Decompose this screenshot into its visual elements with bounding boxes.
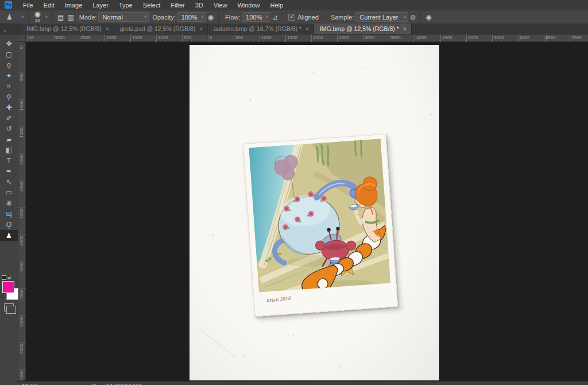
hand-tool[interactable]: ɰ [0, 209, 18, 219]
menu-edit[interactable]: Edit [38, 0, 60, 10]
mode-dropdown[interactable]: Normal˅ [98, 12, 149, 22]
move-tool[interactable]: ✥ [0, 38, 18, 49]
ruler-tick [18, 342, 26, 342]
tab-close-icon[interactable]: × [199, 26, 203, 32]
ruler-label: 5500 [494, 35, 504, 40]
vertical-ruler[interactable]: 0500100015002000250030003500400045005000… [18, 42, 26, 380]
aligned-checkbox-wrap[interactable]: ✓ Aligned [288, 14, 319, 21]
ruler-tick [18, 234, 26, 234]
status-bar: 12,5% Doc: 34,5M/34,5M › [17, 381, 588, 385]
menu-type[interactable]: Type [114, 0, 138, 10]
opacity-dropdown[interactable]: 100%˅ [177, 12, 206, 22]
aligned-checkbox[interactable]: ✓ [288, 14, 295, 21]
foreground-color-swatch[interactable] [2, 281, 14, 293]
lasso-tool[interactable]: ϙ [0, 60, 18, 70]
horizontal-ruler[interactable]: 0030002500200015001000500050010001500200… [26, 34, 588, 42]
pen-tool[interactable]: ✒ [0, 166, 18, 176]
menu-help[interactable]: Help [265, 0, 289, 10]
document-tab-1[interactable]: greta.psd @ 12,5% (RGB/8)× [114, 24, 208, 34]
ruler-label: 2000 [19, 155, 24, 165]
path-selection-tool[interactable]: ↖ [0, 177, 18, 187]
ruler-corner[interactable] [18, 34, 26, 42]
clone-stamp-icon: ♟ [5, 13, 14, 21]
watercolor-painting[interactable]: Kristi 2018 [243, 134, 398, 317]
ruler-label: 5000 [19, 317, 24, 327]
ruler-label: 2500 [80, 35, 91, 40]
ruler-tick [440, 34, 441, 42]
marquee-tool[interactable]: ▢ [0, 49, 18, 60]
flow-dropdown[interactable]: 100%˅ [242, 12, 270, 22]
healing-brush-tool[interactable]: ✚ [0, 102, 18, 113]
ruler-tick [156, 34, 157, 42]
ruler-label: 1000 [19, 101, 24, 111]
pressure-size-icon[interactable]: ◉ [424, 13, 433, 21]
sample-dropdown[interactable]: Current Layer˅ [355, 12, 408, 22]
screen-mode-icon[interactable] [4, 303, 14, 311]
menu-view[interactable]: View [208, 0, 233, 10]
menu-3d[interactable]: 3D [190, 0, 208, 10]
ignore-adjustment-layers-icon[interactable]: ⊘ [408, 13, 417, 21]
gradient-tool[interactable]: ◧ [0, 145, 18, 155]
history-brush-tool[interactable]: ↺ [0, 124, 18, 134]
quick-selection-tool[interactable]: ✦ [0, 71, 18, 81]
tab-close-icon[interactable]: × [403, 26, 407, 32]
eraser-tool[interactable]: ▰ [0, 134, 18, 145]
menu-filter[interactable]: Filter [165, 0, 189, 10]
clone-stamp-tool[interactable]: ♟ [0, 230, 18, 241]
brush-preview-icon [34, 11, 41, 18]
status-menu-arrow[interactable]: › [171, 383, 173, 385]
dust-speck [244, 355, 245, 356]
ruler-label: 5000 [468, 35, 478, 40]
ruler-label: 1000 [158, 35, 168, 40]
brush-preset-picker[interactable]: 86 [32, 11, 43, 22]
menu-file[interactable]: File [18, 0, 38, 10]
document-page[interactable]: Kristi 2018 [189, 45, 439, 380]
brush-panel-toggle-icon[interactable]: ▤ [56, 13, 65, 21]
airbrush-icon[interactable]: ⊿ [270, 13, 280, 21]
tool-preset-picker[interactable]: ♟ ˅ [5, 12, 25, 22]
tab-label: greta.psd @ 12,5% (RGB/8) [120, 25, 195, 32]
menu-bar: Ps FileEditImageLayerTypeSelectFilter3DV… [0, 0, 588, 10]
tab-close-icon[interactable]: × [106, 26, 109, 32]
crop-tool[interactable]: ⌗ [0, 81, 18, 91]
ruler-tick [130, 34, 131, 42]
document-tab-3[interactable]: IMG.bmp @ 12,5% (RGB/8) *× [314, 24, 412, 34]
ruler-tick [27, 34, 28, 42]
ruler-label: 5500 [19, 344, 24, 354]
ruler-tick [18, 261, 26, 261]
type-tool[interactable]: T [0, 156, 18, 166]
tools-panel-collapse-icon[interactable]: » [0, 28, 21, 34]
eyedropper-tool[interactable]: ⚲ [0, 92, 18, 102]
document-tab-2[interactable]: autumn.bmp @ 16,7% (RGB/8) *× [208, 24, 314, 34]
menu-layer[interactable]: Layer [87, 0, 114, 10]
brush-tool[interactable]: ✐ [0, 113, 18, 124]
ruler-tick [18, 126, 26, 126]
custom-shape-tool[interactable]: ❋ [0, 198, 18, 209]
photoshop-logo[interactable]: Ps [5, 1, 12, 9]
menu-window[interactable]: Window [232, 0, 265, 10]
canvas-area[interactable]: Kristi 2018 [26, 42, 588, 380]
ruler-label: 4500 [442, 35, 452, 40]
menu-select[interactable]: Select [138, 0, 166, 10]
document-tab-0[interactable]: IMG.bmp @ 12,5% (RGB/8)× [21, 24, 114, 34]
dust-speck [250, 99, 251, 101]
ruler-label: 500 [184, 35, 191, 40]
brush-picker-chevron[interactable]: ˅ [43, 14, 49, 20]
ruler-label: 3000 [55, 35, 65, 40]
ruler-label: 00 [29, 35, 34, 40]
brush-size-value: 86 [36, 18, 40, 22]
rectangle-tool[interactable]: ▭ [0, 187, 18, 198]
menu-items: FileEditImageLayerTypeSelectFilter3DView… [18, 0, 288, 10]
document-size-info: Doc: 34,5M/34,5M [92, 383, 141, 385]
photoshop-window: { "menu": { "logo": "Ps", "items": ["Fil… [0, 0, 588, 385]
zoom-level-field[interactable]: 12,5% [22, 383, 39, 385]
default-swap-colors-icon[interactable]: ⇄ [2, 275, 16, 280]
page-crease [199, 328, 235, 357]
clone-source-panel-icon[interactable]: ▥ [65, 13, 75, 21]
ruler-tick [544, 34, 544, 42]
pressure-opacity-icon[interactable]: ◉ [206, 13, 215, 21]
ruler-tick [570, 34, 570, 42]
zoom-tool[interactable]: Ǫ [0, 220, 18, 230]
menu-image[interactable]: Image [60, 0, 88, 10]
tab-close-icon[interactable]: × [305, 26, 309, 32]
